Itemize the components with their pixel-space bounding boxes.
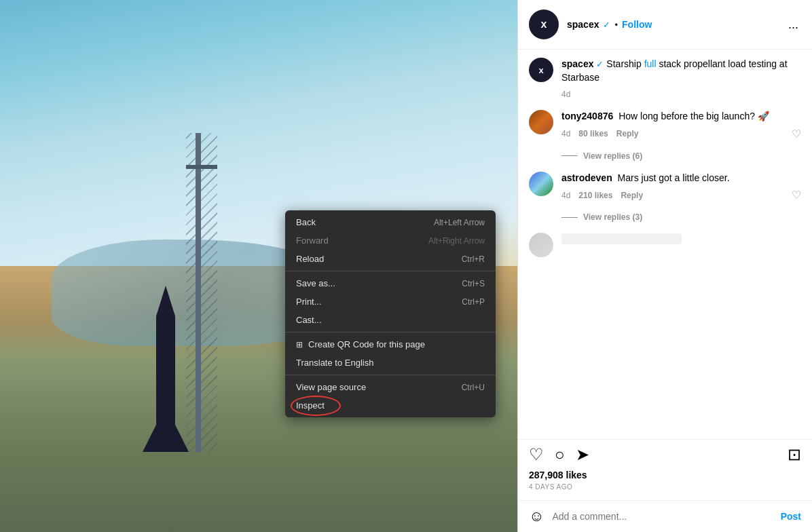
view-replies-text-2[interactable]: View replies (3) <box>583 212 642 222</box>
post-comment-button[interactable]: Post <box>781 511 801 522</box>
post-caption-row: x spacex✓ Starship full stack propellant… <box>529 58 801 84</box>
rocket-fin-left <box>143 425 156 452</box>
view-replies-2[interactable]: View replies (3) <box>561 212 801 222</box>
context-menu-cast[interactable]: Cast... <box>285 311 496 329</box>
comment-2-body: Mars just got a little closer. <box>615 172 730 183</box>
comment-icon[interactable]: ○ <box>555 445 565 464</box>
caption-verified: ✓ <box>596 59 604 69</box>
verified-badge-header: ✓ <box>603 20 610 30</box>
rocket-fin-right <box>175 425 189 452</box>
more-options-button[interactable]: ... <box>786 15 801 35</box>
context-menu-view-source[interactable]: View page source Ctrl+U <box>285 378 496 396</box>
post-detail-panel: x spacex ✓ • Follow ... x spacex✓ Starsh… <box>517 0 812 532</box>
comment-1-content: tony240876 How long before the big launc… <box>561 110 801 140</box>
comment-2-username[interactable]: astrodeven <box>561 172 612 183</box>
comment-1-body: How long before the big launch? 🚀 <box>616 111 769 121</box>
browser-context-menu: Back Alt+Left Arrow Forward Alt+Right Ar… <box>285 210 496 417</box>
rocket-body <box>156 316 175 452</box>
comment-1-meta: 4d 80 likes Reply ♡ <box>561 128 801 140</box>
comment-2-likes: 210 likes <box>578 191 612 200</box>
action-icons-row: ♡ ○ ➤ ⊡ <box>529 445 801 464</box>
context-menu-inspect[interactable]: Inspect <box>285 396 496 415</box>
cast-label: Cast... <box>296 315 322 325</box>
translate-label: Translate to English <box>296 358 373 368</box>
rocket-nose <box>156 286 175 316</box>
caption-body: Starship full stack propellant load test… <box>561 58 788 83</box>
comments-area[interactable]: x spacex✓ Starship full stack propellant… <box>518 50 812 439</box>
view-replies-1[interactable]: View replies (6) <box>561 151 801 161</box>
spacex-avatar-caption: x <box>529 58 553 82</box>
view-replies-line-2 <box>561 217 578 218</box>
tower-truss <box>186 133 217 452</box>
comment-row-3: placeholder text hidden here <box>529 233 801 257</box>
save-icon[interactable]: ⊡ <box>788 445 801 464</box>
tower-arm <box>186 165 217 169</box>
comment-2-heart-icon[interactable]: ♡ <box>792 189 801 202</box>
hidden-avatar <box>529 233 553 257</box>
comment-3-content: placeholder text hidden here <box>561 233 801 257</box>
context-menu-back[interactable]: Back Alt+Left Arrow <box>285 213 496 231</box>
caption-text: spacex✓ Starship full stack propellant l… <box>561 58 788 83</box>
astro-avatar <box>529 172 553 196</box>
qr-icon: ⊞ <box>296 340 303 349</box>
forward-shortcut: Alt+Right Arrow <box>428 236 485 246</box>
like-icon[interactable]: ♡ <box>529 445 544 464</box>
context-menu-forward[interactable]: Forward Alt+Right Arrow <box>285 231 496 250</box>
forward-label: Forward <box>296 235 329 246</box>
username-row: spacex ✓ • Follow <box>567 19 786 30</box>
reload-label: Reload <box>296 254 324 264</box>
save-shortcut: Ctrl+S <box>462 279 485 288</box>
inspect-label: Inspect <box>296 400 325 411</box>
caption-time: 4d <box>561 90 801 99</box>
caption-link-word: full <box>644 58 657 69</box>
view-replies-text-1[interactable]: View replies (6) <box>583 151 642 161</box>
view-replies-line-1 <box>561 155 578 156</box>
comment-2-reply-button[interactable]: Reply <box>621 191 643 200</box>
follow-button[interactable]: Follow <box>622 19 652 30</box>
qr-label: Create QR Code for this page <box>308 339 425 349</box>
comment-1-time: 4d <box>561 129 570 138</box>
post-image-panel: Back Alt+Left Arrow Forward Alt+Right Ar… <box>0 0 517 532</box>
emoji-icon[interactable]: ☺ <box>529 508 544 525</box>
menu-divider-1 <box>285 271 496 271</box>
comment-1-likes: 80 likes <box>578 129 608 138</box>
caption-content: spacex✓ Starship full stack propellant l… <box>561 58 801 84</box>
comment-row-2: astrodeven Mars just got a little closer… <box>529 172 801 202</box>
comment-input[interactable] <box>552 511 780 522</box>
context-menu-translate[interactable]: Translate to English <box>285 354 496 372</box>
view-source-label: View page source <box>296 382 366 392</box>
comment-2-content: astrodeven Mars just got a little closer… <box>561 172 801 202</box>
actions-bar: ♡ ○ ➤ ⊡ 287,908 likes 4 DAYS AGO <box>518 439 812 500</box>
comment-2-text: astrodeven Mars just got a little closer… <box>561 172 730 183</box>
share-icon[interactable]: ➤ <box>576 445 589 464</box>
menu-divider-3 <box>285 375 496 375</box>
post-date: 4 DAYS AGO <box>529 483 801 491</box>
comment-2-time: 4d <box>561 191 570 200</box>
comment-1-heart-icon[interactable]: ♡ <box>792 128 801 140</box>
comment-1-username[interactable]: tony240876 <box>561 111 613 121</box>
caption-username[interactable]: spacex <box>561 58 593 69</box>
save-label: Save as... <box>296 278 335 288</box>
reload-shortcut: Ctrl+R <box>462 254 485 264</box>
launch-tower <box>186 133 217 452</box>
starship-rocket <box>145 286 186 452</box>
spacex-avatar-header: x <box>529 10 559 39</box>
context-menu-reload[interactable]: Reload Ctrl+R <box>285 250 496 268</box>
add-comment-row: ☺ Post <box>518 500 812 532</box>
view-source-shortcut: Ctrl+U <box>462 383 485 392</box>
comment-1-reply-button[interactable]: Reply <box>616 129 639 138</box>
context-menu-print[interactable]: Print... Ctrl+P <box>285 292 496 311</box>
tony-avatar <box>529 110 553 134</box>
comment-1-text: tony240876 How long before the big launc… <box>561 111 769 121</box>
comment-2-meta: 4d 210 likes Reply ♡ <box>561 189 801 202</box>
tower-main-beam <box>196 133 201 452</box>
print-label: Print... <box>296 297 322 307</box>
back-label: Back <box>296 217 316 227</box>
menu-divider-2 <box>285 332 496 332</box>
context-menu-save[interactable]: Save as... Ctrl+S <box>285 274 496 292</box>
header-username[interactable]: spacex <box>567 19 599 30</box>
context-menu-qr[interactable]: ⊞ Create QR Code for this page <box>285 335 496 354</box>
dot-separator: • <box>614 20 618 30</box>
likes-count: 287,908 likes <box>529 470 801 480</box>
print-shortcut: Ctrl+P <box>462 297 485 307</box>
